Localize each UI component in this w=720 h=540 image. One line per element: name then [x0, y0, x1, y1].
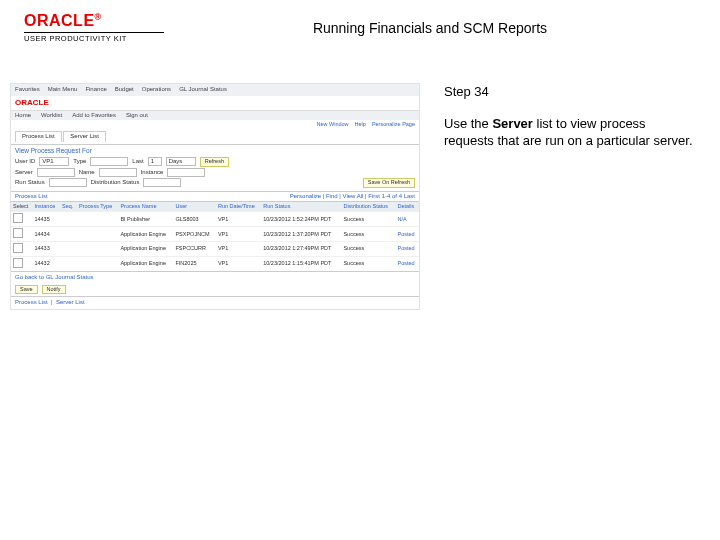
- row-checkbox[interactable]: [13, 243, 23, 253]
- notify-button[interactable]: Notify: [42, 285, 66, 294]
- page-header: ORACLE® USER PRODUCTIVITY KIT Running Fi…: [0, 0, 720, 43]
- save-on-refresh-button[interactable]: Save On Refresh: [363, 178, 415, 188]
- bottom-links: Process List | Server List: [11, 296, 419, 309]
- menu-item[interactable]: Main Menu: [48, 86, 78, 94]
- select-dist-status[interactable]: [143, 178, 181, 187]
- app-linkbar: New Window Help Personalize Page: [11, 120, 419, 129]
- oracle-logo: ORACLE®: [24, 12, 164, 30]
- label-type: Type: [73, 158, 86, 166]
- submenu-item[interactable]: Worklist: [41, 112, 62, 120]
- submenu-item[interactable]: Add to Favorites: [72, 112, 116, 120]
- input-user-id[interactable]: VP1: [39, 157, 69, 166]
- tabs-row: Process List Server List: [11, 129, 419, 145]
- table-row: 14433Application EngineFSPCCURRVP110/23/…: [11, 241, 419, 256]
- col-instance[interactable]: Instance: [32, 202, 60, 211]
- instruction-pane: Step 34 Use the Server list to view proc…: [420, 83, 696, 309]
- tab-server-list[interactable]: Server List: [63, 131, 106, 142]
- bottom-link[interactable]: Process List: [15, 299, 48, 305]
- col-process-name[interactable]: Process Name: [118, 202, 173, 211]
- grid-nav: Personalize | Find | View All | First 1-…: [290, 193, 415, 201]
- col-select: Select: [11, 202, 32, 211]
- app-brand-row: ORACLE: [11, 96, 419, 111]
- input-last-n[interactable]: 1: [148, 157, 162, 166]
- app-submenu: Home Worklist Add to Favorites Sign out: [11, 111, 419, 121]
- label-server: Server: [15, 169, 33, 177]
- row-checkbox[interactable]: [13, 258, 23, 268]
- refresh-button[interactable]: Refresh: [200, 157, 229, 167]
- col-run-dt[interactable]: Run Date/Time: [216, 202, 261, 211]
- menu-item[interactable]: Budget: [115, 86, 134, 94]
- col-run-status[interactable]: Run Status: [261, 202, 341, 211]
- link-help[interactable]: Help: [355, 121, 366, 128]
- label-name: Name: [79, 169, 95, 177]
- row-checkbox[interactable]: [13, 213, 23, 223]
- embedded-screenshot: Favorites Main Menu Finance Budget Opera…: [10, 83, 420, 309]
- select-server[interactable]: [37, 168, 75, 177]
- col-user[interactable]: User: [173, 202, 215, 211]
- label-run-status: Run Status: [15, 179, 45, 187]
- menu-item[interactable]: GL Journal Status: [179, 86, 227, 94]
- label-dist-status: Distribution Status: [91, 179, 140, 187]
- filter-section-title: View Process Request For: [15, 147, 415, 155]
- submenu-item[interactable]: Home: [15, 112, 31, 120]
- col-dist-status[interactable]: Distribution Status: [341, 202, 395, 211]
- oracle-logo-block: ORACLE® USER PRODUCTIVITY KIT: [24, 12, 164, 43]
- app-brand-logo: ORACLE: [15, 98, 49, 108]
- label-user-id: User ID: [15, 158, 35, 166]
- select-last-unit[interactable]: Days: [166, 157, 196, 166]
- table-row: 14435BI PublisherGLS8003VP110/23/2012 1:…: [11, 212, 419, 227]
- link-new-window[interactable]: New Window: [316, 121, 348, 128]
- bottom-link[interactable]: Server List: [56, 299, 85, 305]
- process-table: Select Instance Seq. Process Type Proces…: [11, 202, 419, 270]
- tab-process-list[interactable]: Process List: [15, 131, 62, 142]
- app-menubar: Favorites Main Menu Finance Budget Opera…: [11, 84, 419, 96]
- table-row: 14432Application EngineFIN2025VP110/23/2…: [11, 256, 419, 270]
- col-process-type[interactable]: Process Type: [77, 202, 118, 211]
- table-row: 14434Application EnginePSXPOJNCMVP110/23…: [11, 227, 419, 242]
- menu-item[interactable]: Operations: [142, 86, 171, 94]
- instruction-text: Use the Server list to view process requ…: [444, 115, 696, 150]
- select-type[interactable]: [90, 157, 128, 166]
- label-instance: Instance: [141, 169, 164, 177]
- filter-section: View Process Request For User ID VP1 Typ…: [11, 145, 419, 191]
- grid-footer-link[interactable]: Go back to GL Journal Status: [11, 271, 419, 284]
- save-button[interactable]: Save: [15, 285, 38, 294]
- label-last: Last: [132, 158, 143, 166]
- oracle-logo-subtitle: USER PRODUCTIVITY KIT: [24, 32, 164, 43]
- step-label: Step 34: [444, 83, 696, 101]
- input-name[interactable]: [99, 168, 137, 177]
- col-details[interactable]: Details: [395, 202, 419, 211]
- menu-item[interactable]: Favorites: [15, 86, 40, 94]
- select-run-status[interactable]: [49, 178, 87, 187]
- col-seq[interactable]: Seq.: [60, 202, 77, 211]
- link-personalize[interactable]: Personalize Page: [372, 121, 415, 128]
- action-bar: Save Notify: [11, 283, 419, 296]
- submenu-item[interactable]: Sign out: [126, 112, 148, 120]
- row-checkbox[interactable]: [13, 228, 23, 238]
- input-instance[interactable]: [167, 168, 205, 177]
- grid-header-bar: Process List Personalize | Find | View A…: [11, 191, 419, 203]
- slide-title: Running Financials and SCM Reports: [164, 12, 696, 36]
- grid-title: Process List: [15, 193, 48, 201]
- menu-item[interactable]: Finance: [85, 86, 106, 94]
